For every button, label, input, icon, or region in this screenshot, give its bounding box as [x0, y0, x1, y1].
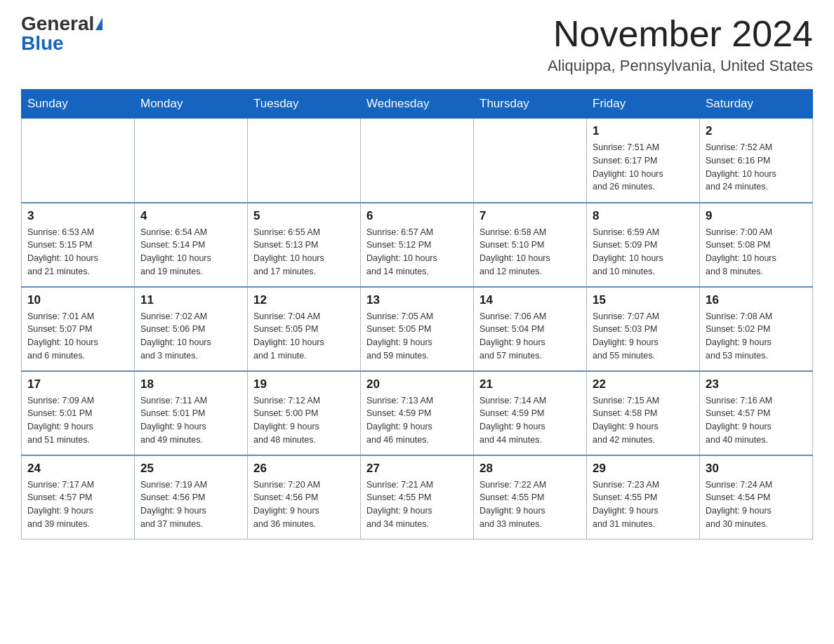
day-info: Sunrise: 7:09 AMSunset: 5:01 PMDaylight:…: [27, 394, 128, 447]
day-number: 24: [27, 462, 128, 476]
day-number: 13: [366, 293, 468, 307]
day-info: Sunrise: 7:13 AMSunset: 4:59 PMDaylight:…: [366, 394, 468, 447]
calendar-cell: 11Sunrise: 7:02 AMSunset: 5:06 PMDayligh…: [135, 287, 248, 371]
day-info: Sunrise: 7:51 AMSunset: 6:17 PMDaylight:…: [593, 141, 694, 194]
calendar-body: 1Sunrise: 7:51 AMSunset: 6:17 PMDaylight…: [22, 119, 813, 539]
weekday-header-thursday: Thursday: [474, 90, 587, 119]
logo: General Blue: [21, 14, 102, 53]
calendar-cell: 10Sunrise: 7:01 AMSunset: 5:07 PMDayligh…: [22, 287, 135, 371]
day-number: 5: [253, 209, 355, 223]
logo-triangle-icon: [95, 18, 102, 30]
day-number: 4: [140, 209, 241, 223]
day-info: Sunrise: 6:57 AMSunset: 5:12 PMDaylight:…: [366, 226, 468, 279]
calendar-cell: [22, 119, 135, 203]
calendar-cell: 7Sunrise: 6:58 AMSunset: 5:10 PMDaylight…: [474, 203, 587, 287]
day-info: Sunrise: 6:53 AMSunset: 5:15 PMDaylight:…: [27, 226, 128, 279]
weekday-header-friday: Friday: [587, 90, 700, 119]
day-number: 9: [706, 209, 807, 223]
calendar-cell: 17Sunrise: 7:09 AMSunset: 5:01 PMDayligh…: [22, 371, 135, 455]
calendar-cell: 1Sunrise: 7:51 AMSunset: 6:17 PMDaylight…: [587, 119, 700, 203]
day-info: Sunrise: 6:55 AMSunset: 5:13 PMDaylight:…: [253, 226, 355, 279]
day-number: 23: [706, 377, 807, 391]
day-info: Sunrise: 7:06 AMSunset: 5:04 PMDaylight:…: [479, 310, 581, 363]
day-info: Sunrise: 7:11 AMSunset: 5:01 PMDaylight:…: [140, 394, 241, 447]
day-info: Sunrise: 7:20 AMSunset: 4:56 PMDaylight:…: [253, 478, 355, 531]
calendar-cell: 2Sunrise: 7:52 AMSunset: 6:16 PMDaylight…: [700, 119, 813, 203]
day-info: Sunrise: 7:22 AMSunset: 4:55 PMDaylight:…: [479, 478, 581, 531]
calendar-cell: 9Sunrise: 7:00 AMSunset: 5:08 PMDaylight…: [700, 203, 813, 287]
calendar-cell: [361, 119, 474, 203]
weekday-header-row: SundayMondayTuesdayWednesdayThursdayFrid…: [22, 90, 813, 119]
calendar-cell: [135, 119, 248, 203]
calendar-table: SundayMondayTuesdayWednesdayThursdayFrid…: [21, 89, 813, 539]
day-info: Sunrise: 7:16 AMSunset: 4:57 PMDaylight:…: [706, 394, 807, 447]
day-number: 8: [593, 209, 694, 223]
calendar-cell: 28Sunrise: 7:22 AMSunset: 4:55 PMDayligh…: [474, 455, 587, 539]
day-info: Sunrise: 7:02 AMSunset: 5:06 PMDaylight:…: [140, 310, 241, 363]
day-info: Sunrise: 7:14 AMSunset: 4:59 PMDaylight:…: [479, 394, 581, 447]
location-title: Aliquippa, Pennsylvania, United States: [548, 57, 813, 75]
day-info: Sunrise: 7:21 AMSunset: 4:55 PMDaylight:…: [366, 478, 468, 531]
calendar-cell: 4Sunrise: 6:54 AMSunset: 5:14 PMDaylight…: [135, 203, 248, 287]
day-number: 2: [706, 124, 807, 138]
weekday-header-monday: Monday: [135, 90, 248, 119]
logo-general-text: General: [21, 14, 94, 34]
day-info: Sunrise: 7:00 AMSunset: 5:08 PMDaylight:…: [706, 226, 807, 279]
day-number: 11: [140, 293, 241, 307]
logo-blue-text: Blue: [21, 32, 64, 54]
day-info: Sunrise: 7:19 AMSunset: 4:56 PMDaylight:…: [140, 478, 241, 531]
day-info: Sunrise: 7:52 AMSunset: 6:16 PMDaylight:…: [706, 141, 807, 194]
calendar-cell: [248, 119, 361, 203]
calendar-cell: 27Sunrise: 7:21 AMSunset: 4:55 PMDayligh…: [361, 455, 474, 539]
calendar-week-row: 24Sunrise: 7:17 AMSunset: 4:57 PMDayligh…: [22, 455, 813, 539]
calendar-week-row: 1Sunrise: 7:51 AMSunset: 6:17 PMDaylight…: [22, 119, 813, 203]
day-number: 21: [479, 377, 581, 391]
day-number: 17: [27, 377, 128, 391]
day-info: Sunrise: 7:01 AMSunset: 5:07 PMDaylight:…: [27, 310, 128, 363]
calendar-week-row: 3Sunrise: 6:53 AMSunset: 5:15 PMDaylight…: [22, 203, 813, 287]
calendar-cell: 15Sunrise: 7:07 AMSunset: 5:03 PMDayligh…: [587, 287, 700, 371]
calendar-cell: 6Sunrise: 6:57 AMSunset: 5:12 PMDaylight…: [361, 203, 474, 287]
day-number: 6: [366, 209, 468, 223]
calendar-cell: 25Sunrise: 7:19 AMSunset: 4:56 PMDayligh…: [135, 455, 248, 539]
calendar-cell: 29Sunrise: 7:23 AMSunset: 4:55 PMDayligh…: [587, 455, 700, 539]
calendar-cell: 21Sunrise: 7:14 AMSunset: 4:59 PMDayligh…: [474, 371, 587, 455]
day-number: 1: [593, 124, 694, 138]
day-number: 22: [593, 377, 694, 391]
calendar-cell: 19Sunrise: 7:12 AMSunset: 5:00 PMDayligh…: [248, 371, 361, 455]
calendar-week-row: 17Sunrise: 7:09 AMSunset: 5:01 PMDayligh…: [22, 371, 813, 455]
calendar-header: SundayMondayTuesdayWednesdayThursdayFrid…: [22, 90, 813, 119]
month-title: November 2024: [548, 14, 813, 54]
calendar-cell: 16Sunrise: 7:08 AMSunset: 5:02 PMDayligh…: [700, 287, 813, 371]
weekday-header-saturday: Saturday: [700, 90, 813, 119]
calendar-cell: 24Sunrise: 7:17 AMSunset: 4:57 PMDayligh…: [22, 455, 135, 539]
day-number: 18: [140, 377, 241, 391]
calendar-cell: 5Sunrise: 6:55 AMSunset: 5:13 PMDaylight…: [248, 203, 361, 287]
day-number: 7: [479, 209, 581, 223]
day-number: 14: [479, 293, 581, 307]
day-info: Sunrise: 7:04 AMSunset: 5:05 PMDaylight:…: [253, 310, 355, 363]
day-info: Sunrise: 6:54 AMSunset: 5:14 PMDaylight:…: [140, 226, 241, 279]
day-number: 19: [253, 377, 355, 391]
calendar-cell: 8Sunrise: 6:59 AMSunset: 5:09 PMDaylight…: [587, 203, 700, 287]
day-info: Sunrise: 7:23 AMSunset: 4:55 PMDaylight:…: [593, 478, 694, 531]
calendar-cell: 3Sunrise: 6:53 AMSunset: 5:15 PMDaylight…: [22, 203, 135, 287]
day-number: 29: [593, 462, 694, 476]
calendar-cell: [474, 119, 587, 203]
header: General Blue November 2024 Aliquippa, Pe…: [21, 14, 813, 75]
day-info: Sunrise: 6:59 AMSunset: 5:09 PMDaylight:…: [593, 226, 694, 279]
calendar-cell: 13Sunrise: 7:05 AMSunset: 5:05 PMDayligh…: [361, 287, 474, 371]
day-number: 26: [253, 462, 355, 476]
title-area: November 2024 Aliquippa, Pennsylvania, U…: [548, 14, 813, 75]
day-number: 3: [27, 209, 128, 223]
calendar-cell: 18Sunrise: 7:11 AMSunset: 5:01 PMDayligh…: [135, 371, 248, 455]
calendar-cell: 22Sunrise: 7:15 AMSunset: 4:58 PMDayligh…: [587, 371, 700, 455]
calendar-cell: 23Sunrise: 7:16 AMSunset: 4:57 PMDayligh…: [700, 371, 813, 455]
day-number: 10: [27, 293, 128, 307]
day-info: Sunrise: 7:05 AMSunset: 5:05 PMDaylight:…: [366, 310, 468, 363]
day-number: 16: [706, 293, 807, 307]
day-info: Sunrise: 7:07 AMSunset: 5:03 PMDaylight:…: [593, 310, 694, 363]
calendar-cell: 20Sunrise: 7:13 AMSunset: 4:59 PMDayligh…: [361, 371, 474, 455]
day-info: Sunrise: 6:58 AMSunset: 5:10 PMDaylight:…: [479, 226, 581, 279]
day-info: Sunrise: 7:15 AMSunset: 4:58 PMDaylight:…: [593, 394, 694, 447]
